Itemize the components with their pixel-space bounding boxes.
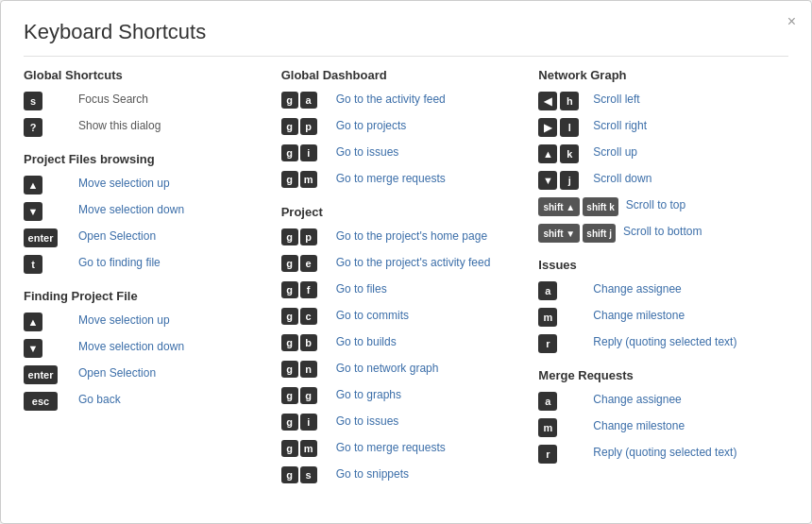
keys-gm-2: g m — [281, 440, 329, 457]
desc-assignee-mr: Change assignee — [593, 392, 681, 408]
keys-a-issues: a — [538, 281, 585, 300]
key-r-issues: r — [538, 334, 557, 353]
desc-open-selection-2: Open Selection — [78, 365, 156, 381]
keys-arrow-down-2: ▼ — [24, 339, 71, 358]
desc-open-selection-1: Open Selection — [78, 228, 156, 245]
key-g-8: g — [281, 308, 298, 325]
key-g-10: g — [281, 361, 298, 378]
shortcut-issues-project: g i Go to issues — [281, 414, 524, 434]
key-j: j — [560, 171, 579, 190]
key-p-1: p — [300, 118, 317, 135]
shortcut-scroll-up: ▲ k Scroll up — [538, 144, 781, 165]
shortcut-merge-project: g m Go to merge requests — [281, 440, 524, 461]
shortcut-milestone-issues: m Change milestone — [538, 308, 781, 329]
shortcut-show-dialog: ? Show this dialog — [24, 118, 266, 139]
key-arrow-down-1: ▼ — [24, 202, 42, 221]
section-project-files: Project Files browsing — [24, 152, 266, 166]
shortcut-reply-mr: r Reply (quoting selected text) — [538, 445, 781, 465]
shortcut-milestone-mr: m Change milestone — [538, 418, 781, 439]
section-issues: Issues — [538, 258, 781, 272]
desc-merge-project: Go to merge requests — [336, 440, 446, 456]
desc-scroll-right: Scroll right — [593, 118, 647, 134]
keys-gi-2: g i — [281, 414, 329, 431]
shortcut-scroll-top: shift ▲ shift k Scroll to top — [538, 197, 781, 218]
key-g-14: g — [281, 466, 298, 483]
keys-gp-2: g p — [281, 228, 329, 245]
shortcut-move-down-1: ▼ Move selection down — [24, 202, 266, 223]
keys-m-issues: m — [538, 308, 585, 327]
key-g-6: g — [281, 255, 298, 272]
shortcut-home: g p Go to the project's home page — [281, 228, 524, 249]
keys-m-mr: m — [538, 418, 585, 437]
close-button[interactable]: × — [787, 14, 796, 29]
keys-scroll-top: shift ▲ shift k — [538, 197, 617, 216]
key-i-1: i — [300, 144, 317, 161]
keys-s: s — [24, 92, 71, 110]
section-global-dashboard: Global Dashboard — [281, 68, 524, 82]
shortcut-graphs: g g Go to graphs — [281, 387, 524, 408]
shortcut-scroll-bottom: shift ▼ shift j Scroll to bottom — [538, 224, 781, 245]
shortcut-merge-dashboard: g m Go to merge requests — [281, 171, 524, 192]
desc-move-up-1: Move selection up — [78, 176, 170, 192]
keys-question: ? — [24, 118, 71, 137]
key-g-letter: g — [300, 387, 317, 404]
shortcut-activity-feed: g a Go to the activity feed — [281, 92, 524, 112]
desc-milestone-issues: Change milestone — [593, 308, 685, 324]
desc-scroll-bottom: Scroll to bottom — [623, 224, 702, 240]
shortcut-open-selection-2: enter Open Selection — [24, 365, 266, 386]
keys-arrow-up-1: ▲ — [24, 176, 71, 194]
shortcut-go-finding-file: t Go to finding file — [24, 255, 266, 276]
column-3: Network Graph ◀ h Scroll left ▶ l Scroll… — [531, 68, 788, 493]
shortcut-files: g f Go to files — [281, 281, 524, 302]
keys-ga: g a — [281, 92, 329, 109]
desc-snippets: Go to snippets — [336, 466, 409, 482]
key-question: ? — [24, 118, 42, 137]
shortcut-projects: g p Go to projects — [281, 118, 524, 139]
desc-projects: Go to projects — [336, 118, 407, 134]
keys-gm-1: g m — [281, 171, 329, 188]
desc-go-back: Go back — [78, 392, 121, 408]
key-g-13: g — [281, 440, 298, 457]
key-e: e — [300, 255, 317, 272]
shortcut-open-selection-1: enter Open Selection — [24, 228, 266, 249]
key-g-2: g — [281, 118, 298, 135]
desc-scroll-down: Scroll down — [593, 171, 651, 187]
modal-title: Keyboard Shortcuts — [24, 20, 788, 57]
key-arrow-left-box: ◀ — [538, 92, 557, 110]
key-b: b — [300, 334, 317, 351]
key-g-1: g — [281, 92, 298, 109]
desc-activity-feed: Go to the activity feed — [336, 92, 446, 108]
desc-scroll-top: Scroll to top — [626, 197, 685, 213]
desc-network-graph: Go to network graph — [336, 361, 439, 377]
shortcut-move-up-2: ▲ Move selection up — [24, 313, 266, 333]
keys-gg: g g — [281, 387, 329, 404]
shortcut-go-back: esc Go back — [24, 392, 266, 413]
shortcut-commits: g c Go to commits — [281, 308, 524, 329]
shortcut-assignee-issues: a Change assignee — [538, 281, 781, 302]
desc-scroll-left: Scroll left — [593, 92, 639, 108]
desc-move-up-2: Move selection up — [78, 313, 170, 329]
key-arrow-up-2: ▲ — [24, 313, 42, 331]
key-g-12: g — [281, 414, 298, 431]
keys-enter-2: enter — [24, 365, 71, 384]
key-n: n — [300, 361, 317, 378]
shortcuts-columns: Global Shortcuts s Focus Search ? Show t… — [24, 68, 788, 493]
key-m-1: m — [300, 171, 317, 188]
shortcut-network-graph: g n Go to network graph — [281, 361, 524, 381]
key-k: k — [560, 144, 579, 163]
key-shift-down: shift ▼ — [538, 224, 580, 243]
shortcut-builds: g b Go to builds — [281, 334, 524, 355]
desc-reply-mr: Reply (quoting selected text) — [593, 445, 736, 461]
key-p-2: p — [300, 228, 317, 245]
key-a-mr: a — [538, 392, 557, 411]
keys-t: t — [24, 255, 71, 274]
shortcut-assignee-mr: a Change assignee — [538, 392, 781, 413]
keys-gp-1: g p — [281, 118, 329, 135]
desc-issues-dashboard: Go to issues — [336, 144, 399, 161]
keys-scroll-left: ◀ h — [538, 92, 585, 110]
section-network-graph: Network Graph — [538, 68, 781, 82]
shortcut-reply-issues: r Reply (quoting selected text) — [538, 334, 781, 355]
key-s: s — [24, 92, 42, 110]
key-g-5: g — [281, 228, 298, 245]
keys-scroll-right: ▶ l — [538, 118, 585, 137]
